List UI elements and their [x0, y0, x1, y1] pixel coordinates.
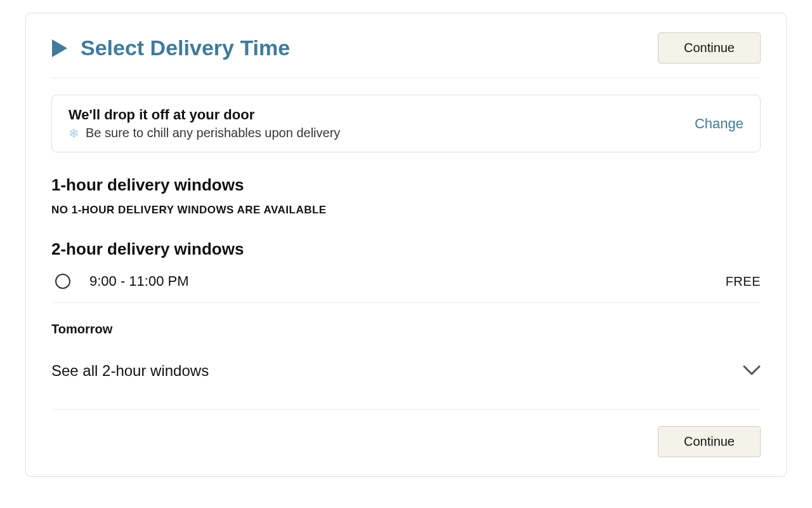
dropoff-info-box: We'll drop it off at your door ❄ Be sure…	[51, 95, 761, 152]
page-title: Select Delivery Time	[81, 36, 290, 60]
svg-marker-0	[52, 39, 67, 57]
dropoff-title: We'll drop it off at your door	[69, 107, 695, 123]
play-icon	[51, 39, 68, 57]
slot-radio[interactable]	[55, 274, 70, 289]
see-all-row[interactable]: See all 2-hour windows	[51, 356, 761, 410]
dropoff-info-left: We'll drop it off at your door ❄ Be sure…	[69, 107, 695, 140]
one-hour-heading: 1-hour delivery windows	[51, 175, 761, 195]
chevron-down-icon	[743, 365, 761, 377]
snowflake-icon: ❄	[69, 127, 79, 140]
delivery-time-card: Select Delivery Time Continue We'll drop…	[25, 13, 787, 477]
tomorrow-label: Tomorrow	[51, 322, 761, 337]
dropoff-subtitle-row: ❄ Be sure to chill any perishables upon …	[69, 126, 695, 140]
footer-row: Continue	[51, 426, 761, 457]
change-link[interactable]: Change	[695, 116, 743, 132]
slot-price: FREE	[726, 274, 761, 289]
two-hour-heading: 2-hour delivery windows	[51, 239, 761, 259]
continue-button-top[interactable]: Continue	[658, 32, 761, 64]
one-hour-none-msg: NO 1-HOUR DELIVERY WINDOWS ARE AVAILABLE	[51, 204, 761, 217]
slot-left: 9:00 - 11:00 PM	[55, 273, 189, 290]
header-row: Select Delivery Time Continue	[51, 32, 761, 78]
dropoff-subtitle: Be sure to chill any perishables upon de…	[86, 126, 340, 140]
delivery-slot-row[interactable]: 9:00 - 11:00 PM FREE	[51, 268, 761, 303]
slot-time: 9:00 - 11:00 PM	[89, 273, 189, 290]
continue-button-bottom[interactable]: Continue	[658, 426, 761, 457]
see-all-text: See all 2-hour windows	[51, 362, 209, 380]
header-left: Select Delivery Time	[51, 36, 290, 60]
